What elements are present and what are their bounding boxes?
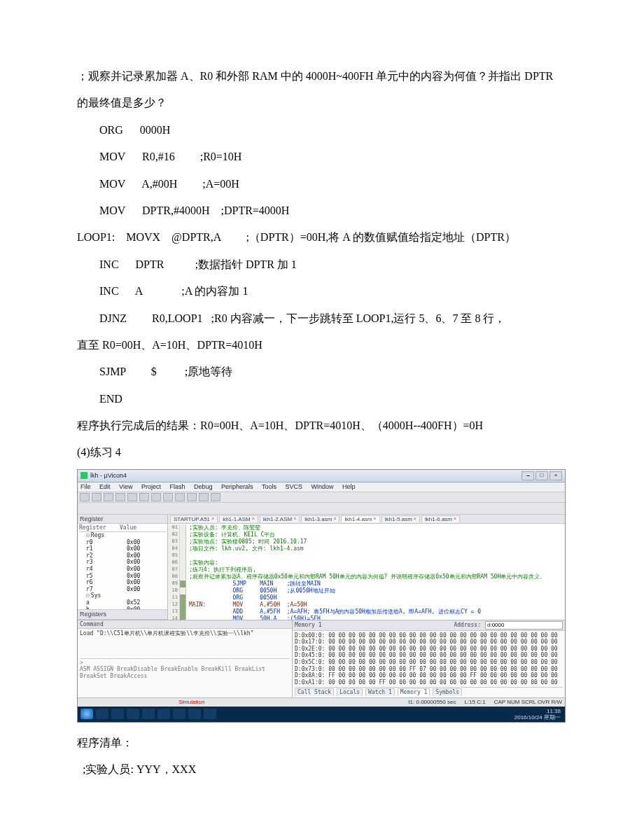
- toolbar-button[interactable]: [104, 493, 113, 501]
- code-line[interactable]: 12MAIN: MOV A,#50H ;A=50H: [168, 602, 565, 609]
- memory-address-label: Address:: [454, 622, 481, 629]
- menu-edit[interactable]: Edit: [99, 483, 111, 490]
- toolbar-button[interactable]: [139, 493, 149, 501]
- code-line[interactable]: 14 MOV 50H,A ;(50H)=5FH: [168, 616, 565, 619]
- register-row[interactable]: r30x00: [79, 559, 166, 566]
- code-line[interactable]: 04;项目文件: lkh.uv2, 文件: lkh1-4.asm: [168, 545, 565, 552]
- tab-close-icon[interactable]: ×: [414, 516, 416, 522]
- toolbar-button[interactable]: [175, 493, 185, 501]
- start-button[interactable]: [80, 709, 93, 719]
- taskbar-icon[interactable]: [173, 709, 186, 719]
- code-line[interactable]: 10 ORG 0050H ;从0050H地址开始: [168, 588, 565, 595]
- tab-watch[interactable]: Watch 1: [365, 688, 395, 696]
- menu-peripherals[interactable]: Peripherals: [221, 483, 253, 490]
- taskbar-icon[interactable]: [204, 709, 216, 719]
- code-line[interactable]: 06;实验内容:: [168, 560, 565, 567]
- registers-footer-tab[interactable]: Registers: [78, 609, 167, 620]
- system-clock[interactable]: 11:38 2016/10/24 星期一: [514, 708, 562, 721]
- menu-bar[interactable]: File Edit View Project Flash Debug Perip…: [78, 482, 565, 492]
- menu-tools[interactable]: Tools: [262, 483, 276, 490]
- code-line[interactable]: 09 SJMP MAIN ;跳转至MAIN: [168, 581, 565, 588]
- toolbar-button[interactable]: [127, 493, 137, 501]
- menu-flash[interactable]: Flash: [169, 483, 185, 490]
- command-panel[interactable]: Command Load "D:\\C51单片机\\单片机课程实验\\李克俭\\…: [78, 620, 293, 697]
- memory-tabs[interactable]: Call Stack Locals Watch 1 Memory 1 Symbo…: [295, 687, 563, 696]
- asm-line: LOOP1: MOVX @DPTR,A ;（DPTR）=00H,将 A 的数值赋…: [77, 224, 567, 251]
- command-hints: ASM ASSIGN BreakDisable BreakEnable Brea…: [80, 666, 290, 679]
- editor-tab-active[interactable]: lkh1-4.asm×: [341, 515, 379, 523]
- menu-svcs[interactable]: SVCS: [285, 483, 302, 490]
- command-prompt[interactable]: >: [80, 660, 83, 666]
- taskbar-icon[interactable]: [111, 709, 124, 719]
- taskbar-icon[interactable]: [127, 709, 139, 719]
- editor-tab[interactable]: lkh1-5.asm×: [382, 515, 420, 523]
- toolbar-button[interactable]: [187, 493, 197, 501]
- toolbar-button[interactable]: [151, 493, 161, 501]
- memory-panel[interactable]: Memory 1 Address: D:0x00:0: 00 00 00 00 …: [293, 620, 565, 697]
- toolbar-main[interactable]: [78, 492, 565, 503]
- tab-locals[interactable]: Locals: [337, 688, 363, 696]
- toolbar-debug[interactable]: [78, 503, 565, 515]
- tab-close-icon[interactable]: ×: [333, 516, 336, 522]
- menu-debug[interactable]: Debug: [194, 483, 213, 490]
- code-line[interactable]: 13 ADD A,#5FH ;A=AFH; 将5FH与A的内容50H相加后传送给…: [168, 609, 565, 616]
- taskbar-icon[interactable]: [188, 709, 201, 719]
- minimize-button[interactable]: ‒: [522, 471, 534, 480]
- toolbar-button[interactable]: [211, 493, 220, 501]
- code-line[interactable]: 11 ORG 0050H: [168, 595, 565, 602]
- register-row[interactable]: r50x00: [79, 573, 166, 580]
- code-line[interactable]: 01;实验人员: 李克俭、陈莹莹: [168, 524, 565, 531]
- toolbar-button[interactable]: [199, 493, 209, 501]
- windows-taskbar[interactable]: 11:38 2016/10/24 星期一: [78, 707, 565, 722]
- toolbar-button[interactable]: [80, 493, 90, 501]
- tab-callstack[interactable]: Call Stack: [295, 688, 334, 696]
- tab-close-icon[interactable]: ×: [454, 516, 456, 522]
- maximize-button[interactable]: □: [536, 471, 548, 480]
- tab-close-icon[interactable]: ×: [374, 516, 377, 522]
- code-line[interactable]: 02;实验设备: 计算机、KEIL C平台: [168, 531, 565, 538]
- toolbar-button[interactable]: [115, 493, 125, 501]
- asm-line: MOV DPTR,#4000H ;DPTR=4000H: [77, 197, 567, 224]
- taskbar-icon[interactable]: [96, 709, 108, 719]
- command-header: Command: [78, 620, 292, 630]
- register-row[interactable]: r70x00: [79, 586, 166, 593]
- menu-view[interactable]: View: [119, 483, 132, 490]
- tab-close-icon[interactable]: ×: [252, 516, 255, 522]
- editor-tab[interactable]: lkh1-3.asm×: [301, 515, 340, 523]
- window-titlebar[interactable]: lkh - μVicon4 ‒ □ ×: [78, 470, 565, 482]
- menu-file[interactable]: File: [80, 483, 91, 490]
- editor-tab[interactable]: lkh1-6.asm×: [421, 515, 460, 523]
- code-line[interactable]: 07;练习4: 执行下列程序后,: [168, 567, 565, 574]
- code-area[interactable]: 01;实验人员: 李克俭、陈莹莹02;实验设备: 计算机、KEIL C平台03;…: [168, 524, 565, 619]
- register-row[interactable]: r60x00: [79, 579, 166, 586]
- status-time: t1: 0.00000550 sec: [408, 699, 456, 706]
- menu-project[interactable]: Project: [141, 483, 161, 490]
- editor-tab[interactable]: STARTUP.A51×: [170, 515, 218, 523]
- tab-close-icon[interactable]: ×: [211, 516, 214, 522]
- editor-tab[interactable]: lkh1-2.ASM×: [260, 515, 300, 523]
- close-button[interactable]: ×: [550, 471, 562, 480]
- register-row[interactable]: r00x00: [79, 539, 166, 546]
- sys-group[interactable]: Sys: [91, 592, 101, 599]
- editor-tab[interactable]: kh1-1.ASM×: [219, 515, 258, 523]
- toolbar-button[interactable]: [92, 493, 102, 501]
- taskbar-icon[interactable]: [158, 709, 170, 719]
- menu-help[interactable]: Help: [342, 483, 356, 490]
- toolbar-button[interactable]: [163, 493, 173, 501]
- code-line[interactable]: 05: [168, 552, 565, 560]
- menu-window[interactable]: Window: [311, 483, 333, 490]
- taskbar-icon[interactable]: [142, 709, 155, 719]
- code-line[interactable]: 08;观察并记录累加器A、程序存储器0x50单元和内部RAM 50H单元的内容为…: [168, 574, 565, 581]
- memory-address-input[interactable]: [485, 621, 563, 630]
- reg-group[interactable]: Regs: [91, 532, 104, 538]
- tab-symbols[interactable]: Symbols: [433, 688, 462, 696]
- register-row[interactable]: r20x00: [79, 552, 166, 560]
- code-editor[interactable]: STARTUP.A51× kh1-1.ASM× lkh1-2.ASM× lkh1…: [168, 515, 565, 620]
- code-line[interactable]: 03;实验地点: 实验楼0805; 时间 2016.10.17: [168, 538, 565, 545]
- register-row[interactable]: r10x00: [79, 545, 166, 552]
- tab-close-icon[interactable]: ×: [293, 516, 296, 522]
- register-row[interactable]: a0x52: [79, 599, 166, 606]
- register-row[interactable]: r40x00: [79, 566, 166, 573]
- editor-tabs[interactable]: STARTUP.A51× kh1-1.ASM× lkh1-2.ASM× lkh1…: [168, 515, 565, 524]
- tab-memory-active[interactable]: Memory 1: [398, 688, 430, 696]
